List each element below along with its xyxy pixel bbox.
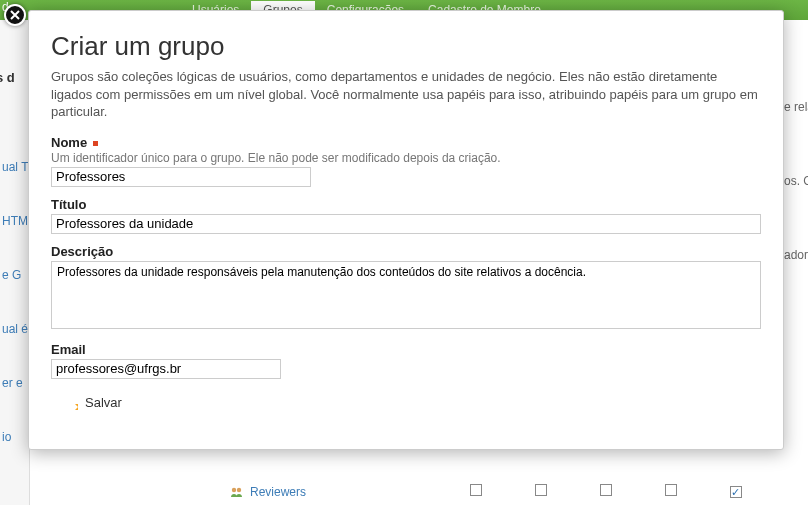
svg-point-0: [232, 487, 236, 491]
modal-description: Grupos são coleções lógicas de usuários,…: [51, 68, 761, 121]
right-edge-fragments: e rela os. C adors: [784, 100, 808, 322]
email-label: Email: [51, 342, 761, 357]
perm-checkbox[interactable]: [665, 484, 677, 496]
email-input[interactable]: [51, 359, 281, 379]
edge-text: adors: [784, 248, 808, 262]
title-input[interactable]: [51, 214, 761, 234]
sidebar-item[interactable]: HTM: [0, 194, 29, 248]
group-reviewers[interactable]: Reviewers: [230, 485, 306, 499]
sidebar-item[interactable]: er e: [0, 356, 29, 410]
name-input[interactable]: [51, 167, 311, 187]
modal-title: Criar um grupo: [51, 31, 761, 62]
close-icon[interactable]: [4, 4, 26, 26]
sidebar-item[interactable]: e G: [0, 248, 29, 302]
sidebar-top-fragment: s d: [0, 70, 15, 85]
name-label: Nome: [51, 135, 761, 150]
description-label: Descrição: [51, 244, 761, 259]
perm-checkbox[interactable]: [535, 484, 547, 496]
perm-checkbox[interactable]: [470, 484, 482, 496]
perm-checkbox[interactable]: [730, 486, 742, 498]
sidebar: s d ual T HTM e G ual é er e io: [0, 20, 30, 505]
required-icon: [93, 141, 98, 146]
group-label: Reviewers: [250, 485, 306, 499]
sidebar-item[interactable]: io: [0, 410, 29, 464]
perm-checkbox[interactable]: [600, 484, 612, 496]
sidebar-item[interactable]: ual T: [0, 140, 29, 194]
edge-text: e rela: [784, 100, 808, 114]
svg-point-1: [237, 487, 241, 491]
create-group-modal: Criar um grupo Grupos são coleções lógic…: [28, 10, 784, 450]
save-icon: [75, 398, 83, 408]
description-textarea[interactable]: Professores da unidade responsáveis pela…: [51, 261, 761, 329]
save-button[interactable]: Salvar: [51, 395, 761, 410]
group-icon: [230, 486, 244, 498]
sidebar-item[interactable]: ual é: [0, 302, 29, 356]
edge-text: os. C: [784, 174, 808, 188]
name-help: Um identificador único para o grupo. Ele…: [51, 151, 761, 165]
title-label: Título: [51, 197, 761, 212]
group-table-row: Reviewers: [230, 484, 798, 499]
